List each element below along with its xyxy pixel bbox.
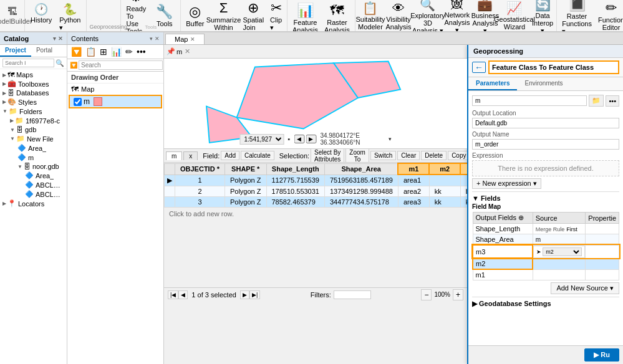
grid-view-icon[interactable]: ⊞ [99, 46, 109, 57]
catalog-search-input[interactable] [2, 59, 54, 67]
col-m2[interactable]: m2 [429, 163, 460, 175]
history-button[interactable]: 🕐 History [27, 1, 55, 32]
col-objectid[interactable]: OBJECTID * [175, 163, 225, 175]
geostatistical-button[interactable]: 📈 Geostatistical Wizard [500, 0, 529, 32]
attr-table-area[interactable]: OBJECTID * SHAPE * Shape_Length Shape_Ar… [164, 163, 467, 287]
area-item-2[interactable]: 🔷Area_ [0, 171, 67, 180]
gdb-item[interactable]: ▼ 🗄gdb [0, 125, 67, 134]
col-shape[interactable]: SHAPE * [225, 163, 266, 175]
table-row[interactable]: 3 Polygon Z 78582.465379 344777434.57517… [165, 196, 468, 207]
coord-dropdown[interactable]: ▾ [389, 136, 392, 142]
col-shape-length[interactable]: Shape_Length [266, 163, 324, 175]
first-page-btn[interactable]: |◀ [168, 290, 178, 299]
folder-1f6977[interactable]: ▶ 📁1f6977e8-c [0, 116, 67, 125]
filter-icon[interactable]: 🔽 [70, 46, 83, 57]
map-canvas[interactable]: 1:541,927 ▪ ◀ ▶ 34.9804172°E 36.3834066°… [164, 59, 467, 149]
last-page-btn[interactable]: ▶| [249, 290, 260, 299]
attr-tab-x[interactable]: x [183, 151, 198, 160]
new-file-item[interactable]: ▼ 📁New File [0, 134, 67, 143]
fields-section-header[interactable]: ▼ Fields [472, 192, 619, 203]
field-row-m1[interactable]: m1 [473, 269, 619, 280]
col-m1[interactable]: m1 [398, 163, 429, 175]
run-button[interactable]: ▶ Ru [584, 348, 619, 362]
noor-gdb-item[interactable]: ▼ 🗄noor.gdb [0, 162, 67, 171]
gp-input-more-btn[interactable]: ••• [606, 95, 619, 107]
next-extent-btn[interactable]: ▶ [306, 135, 316, 143]
m-item[interactable]: 🔷m [0, 153, 67, 162]
add-new-source-btn[interactable]: Add New Source ▾ [551, 282, 619, 294]
map-tab-close[interactable]: ✕ [190, 36, 195, 42]
python-button[interactable]: 🐍 Python ▾ [56, 1, 84, 32]
search-icon[interactable]: 🔍 [56, 59, 64, 67]
geodatabase-settings[interactable]: ▶ Geodatabase Settings [472, 297, 619, 310]
select-by-attrs-btn[interactable]: Select By Attributes [311, 149, 344, 163]
field-row-shape-area[interactable]: Shape_Area m [473, 234, 619, 246]
buffer-button[interactable]: ◎ Buffer [183, 2, 206, 29]
styles-item[interactable]: ▶ 🎨Styles [0, 97, 67, 107]
databases-item[interactable]: ▶ 🗄Databases [0, 89, 67, 97]
list-view-icon[interactable]: 📋 [84, 46, 97, 57]
copy-btn[interactable]: Copy [448, 151, 467, 160]
project-tab[interactable]: Project [0, 45, 31, 57]
more-icon[interactable]: ••• [135, 46, 147, 57]
scale-select[interactable]: 1:541,927 [240, 134, 284, 145]
map-tab-x[interactable]: ✕ [185, 47, 190, 55]
spatial-join-button[interactable]: ⊕ Spatial Join [240, 0, 266, 32]
gp-back-button[interactable]: ← [472, 62, 486, 73]
exploratory-button[interactable]: 🔍 Exploratory 3D Analysis ▾ [413, 0, 443, 32]
next-page-btn[interactable]: ▶ [240, 290, 249, 299]
visibility-button[interactable]: 👁 Visibility Analysis [385, 0, 412, 32]
zoom-in-btn[interactable]: + [453, 289, 463, 300]
abclaye-item-2[interactable]: 🔷ABCLAye [0, 189, 67, 199]
add-field-btn[interactable]: Add [221, 151, 239, 160]
output-name-input[interactable] [472, 139, 619, 150]
calculate-btn[interactable]: Calculate [241, 151, 274, 160]
m-layer-checkbox[interactable] [74, 98, 82, 106]
gp-input-browse-btn[interactable]: 📁 [589, 95, 604, 107]
delete-btn[interactable]: Delete [421, 151, 447, 160]
field-row-m3[interactable]: m3 ➤ m2 m1 m3 [473, 245, 619, 258]
raster-functions-button[interactable]: 🔳 Raster Functions ▾ [559, 0, 594, 32]
folders-item[interactable]: ▼ 📁Folders [0, 107, 67, 116]
col-output-fields[interactable]: Output Fields ⊕ [473, 213, 533, 224]
feature-analysis-button[interactable]: 📊 Feature Analysis ▾ [290, 1, 321, 32]
raster-analysis-button[interactable]: 🗺 Raster Analysis ▾ [322, 1, 352, 32]
prev-page-btn[interactable]: ◀ [178, 290, 188, 299]
map-tab[interactable]: Map ✕ [165, 34, 205, 44]
gp-input-value[interactable] [472, 95, 587, 106]
m-layer-item[interactable]: m [69, 95, 162, 108]
maps-item[interactable]: ▶ 🗺Maps [0, 70, 67, 79]
clear-btn[interactable]: Clear [397, 151, 420, 160]
portal-tab[interactable]: Portal [31, 45, 57, 57]
add-new-row[interactable]: Click to add new row. [164, 208, 467, 219]
suitability-button[interactable]: 📋 Suitability Modeler [357, 0, 384, 32]
table-row[interactable]: ▶ 1 Polygon Z 112775.715539 7519563185.4… [165, 175, 468, 186]
field-row-m2[interactable]: m2 [473, 258, 619, 269]
area-item-1[interactable]: 🔷Area_ [0, 143, 67, 153]
output-location-input[interactable] [472, 118, 619, 128]
table-view-icon[interactable]: 📊 [110, 46, 123, 57]
network-button[interactable]: 🕸 Network Analysis ▾ [443, 0, 471, 32]
clip-button[interactable]: ✂ Clip ▾ [268, 0, 284, 32]
prev-extent-btn[interactable]: ◀ [294, 135, 304, 143]
pencil-icon[interactable]: ✏ [124, 46, 134, 57]
filters-dropdown[interactable] [334, 290, 371, 299]
attr-tab-m[interactable]: m [166, 151, 182, 160]
field-row-shape-length[interactable]: Shape_Length Merge Rule First [473, 224, 619, 234]
switch-btn[interactable]: Switch [370, 151, 396, 160]
col-m3[interactable]: m3 [460, 163, 467, 175]
gp-tab-environments[interactable]: Environments [517, 77, 570, 90]
new-expression-btn[interactable]: + New expression ▾ [472, 178, 541, 189]
gp-tab-parameters[interactable]: Parameters [468, 77, 517, 90]
zoom-out-btn[interactable]: − [421, 289, 432, 300]
data-interop-button[interactable]: 🔄 Data Interop ▾ [530, 0, 555, 32]
col-shape-area[interactable]: Shape_Area [324, 163, 398, 175]
summarize-button[interactable]: Σ Summarize Within [208, 0, 239, 32]
table-row[interactable]: 2 Polygon Z 178510.553031 1373491298.999… [165, 186, 468, 196]
map-layer-item[interactable]: 🗺 Map [67, 84, 163, 95]
function-editor-button[interactable]: ✏ Function Editor [596, 0, 623, 32]
m3-source-select[interactable]: m2 m1 m3 [543, 247, 582, 256]
zoom-to-btn[interactable]: Zoom To [345, 149, 369, 163]
toolboxes-item[interactable]: ▶ 🧰Toolboxes [0, 79, 67, 89]
contents-search-input[interactable] [79, 60, 163, 70]
